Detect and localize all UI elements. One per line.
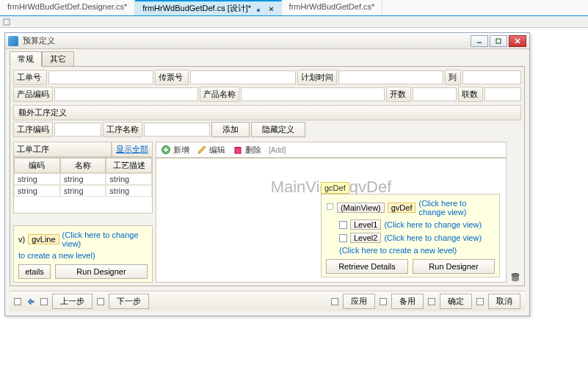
create-level-link[interactable]: to create a new level) xyxy=(18,251,95,260)
run-designer-button[interactable]: Run Designer xyxy=(413,259,495,274)
label-voucher: 传票号 xyxy=(155,70,189,85)
retrieve-details-button[interactable]: Retrieve Details xyxy=(326,259,408,274)
show-all-link[interactable]: 显示全部 xyxy=(112,142,153,157)
details-button-trunc[interactable]: etails xyxy=(18,264,51,279)
hide-def-button[interactable]: 隐藏定义 xyxy=(251,122,305,137)
minimize-button[interactable] xyxy=(471,35,488,47)
next-button[interactable]: 下一步 xyxy=(109,294,149,309)
input-voucher[interactable] xyxy=(190,70,295,84)
svg-rect-3 xyxy=(496,39,501,43)
mainview-box[interactable]: (MainView) xyxy=(337,203,385,213)
change-view-link-gv[interactable]: (Click here to change view) xyxy=(418,199,495,217)
pencil-icon xyxy=(197,145,207,155)
database-icon[interactable] xyxy=(510,272,520,283)
form-footer: 上一步 下一步 应用 备用 确定 取消 xyxy=(10,291,525,311)
tab-other[interactable]: 其它 xyxy=(42,51,74,67)
window-title: 预算定义 xyxy=(23,35,469,46)
footer-marker xyxy=(40,298,48,305)
svg-rect-8 xyxy=(327,204,333,210)
level2-change-view[interactable]: (Click here to change view) xyxy=(384,233,482,242)
form-window: 预算定义 常规 其它 xyxy=(4,32,530,316)
input-product-code[interactable] xyxy=(54,87,198,101)
backup-button[interactable]: 备用 xyxy=(391,294,424,309)
footer-marker xyxy=(476,298,484,305)
gvdef-box[interactable]: gvDef xyxy=(388,203,416,213)
toolbar-icon[interactable] xyxy=(3,18,10,26)
view-token: v) xyxy=(18,235,25,244)
change-view-link[interactable]: (Click here to change view) xyxy=(62,230,148,248)
input-plan-time-to[interactable] xyxy=(462,70,521,84)
ide-tab-design-view[interactable]: frmHrWdBudGetDef.cs [设计]* × xyxy=(135,0,281,15)
col-name[interactable]: 名称 xyxy=(60,158,106,173)
label-plan-time: 计划时间 xyxy=(297,70,337,85)
label-proc-name: 工序名称 xyxy=(103,122,142,137)
prev-button[interactable]: 上一步 xyxy=(52,294,92,309)
ide-tab-designer[interactable]: frmHrWdBudGetDef.Designer.cs* xyxy=(0,0,135,15)
ide-tab-strip: frmHrWdBudGetDef.Designer.cs* frmHrWdBud… xyxy=(0,0,588,16)
tab-general[interactable]: 常规 xyxy=(10,51,42,67)
ide-tab-code[interactable]: frmHrWdBudGetDef.cs* xyxy=(282,0,383,15)
input-product-name[interactable] xyxy=(241,87,385,101)
level1-box[interactable]: Level1 xyxy=(350,219,381,230)
svg-rect-1 xyxy=(4,19,10,25)
group-extra-proc: 额外工序定义 xyxy=(13,105,521,120)
label-proc-code: 工序编码 xyxy=(13,122,53,137)
nav-icon[interactable] xyxy=(26,297,36,307)
left-panel-title: 工单工序 xyxy=(13,142,112,157)
left-grid[interactable]: 编码 名称 工艺描述 string string string xyxy=(13,157,153,214)
gcdef-smart-panel: gcDef (MainView) gvDef xyxy=(321,182,500,277)
table-row[interactable]: string string string xyxy=(14,185,152,197)
ok-button[interactable]: 确定 xyxy=(440,294,472,309)
app-icon xyxy=(8,36,18,46)
cmd-edit[interactable]: 编辑 xyxy=(197,145,225,156)
level1-change-view[interactable]: (Click here to change view) xyxy=(384,220,482,229)
add-hint[interactable]: [Add] xyxy=(269,146,286,154)
col-code[interactable]: 编码 xyxy=(14,158,60,173)
close-tab-icon[interactable]: × xyxy=(269,4,273,13)
col-desc[interactable]: 工艺描述 xyxy=(106,158,152,173)
label-work-order: 工单号 xyxy=(13,70,47,85)
input-work-order[interactable] xyxy=(48,70,153,84)
doc-icon xyxy=(326,203,334,213)
level1-checkbox[interactable] xyxy=(339,221,347,229)
cancel-button[interactable]: 取消 xyxy=(488,294,520,309)
maximize-button[interactable] xyxy=(490,35,507,47)
ide-toolbar xyxy=(0,16,588,28)
input-plan-time-from[interactable] xyxy=(338,70,443,84)
label-product-code: 产品编码 xyxy=(13,87,53,102)
close-button[interactable] xyxy=(509,35,526,47)
svg-point-0 xyxy=(257,8,260,11)
input-copies[interactable] xyxy=(484,87,521,101)
footer-marker xyxy=(380,298,387,305)
title-bar[interactable]: 预算定义 xyxy=(5,33,529,49)
input-proc-code[interactable] xyxy=(54,123,101,137)
form-tab-strip: 常规 其它 xyxy=(10,52,525,67)
delete-icon xyxy=(233,145,243,155)
input-proc-name[interactable] xyxy=(144,123,210,137)
ide-tab-label: frmHrWdBudGetDef.cs [设计]* xyxy=(142,3,251,14)
footer-marker xyxy=(331,298,338,305)
label-open-qty: 开数 xyxy=(386,87,411,102)
table-row[interactable]: string string string xyxy=(14,173,152,185)
level2-checkbox[interactable] xyxy=(339,234,347,242)
tab-content: 工单号 传票号 计划时间 到 产品编码 产品名称 开数 xyxy=(10,66,525,286)
designer-surface: 预算定义 常规 其它 xyxy=(0,28,588,367)
plus-icon xyxy=(161,145,171,155)
cmd-delete[interactable]: 删除 xyxy=(233,145,261,156)
label-to: 到 xyxy=(445,70,461,85)
gvline-box[interactable]: gvLine xyxy=(28,234,59,244)
gcdef-title: gcDef xyxy=(321,182,349,194)
main-grid-area[interactable]: MainView: gvDef gcDef (MainView xyxy=(156,158,507,283)
label-product-name: 产品名称 xyxy=(200,87,239,102)
level2-box[interactable]: Level2 xyxy=(350,233,381,243)
add-button[interactable]: 添加 xyxy=(211,122,250,137)
run-designer-button-left[interactable]: Run Designer xyxy=(55,264,148,279)
input-open-qty[interactable] xyxy=(413,87,457,101)
create-new-level-link[interactable]: (Click here to create a new level) xyxy=(339,246,457,255)
footer-marker xyxy=(14,298,21,305)
pin-icon[interactable] xyxy=(255,6,261,12)
footer-marker xyxy=(97,298,104,305)
apply-button[interactable]: 应用 xyxy=(343,294,375,309)
cmd-new[interactable]: 新增 xyxy=(161,145,189,156)
left-view-designer: v) gvLine (Click here to change view) to… xyxy=(13,225,153,283)
